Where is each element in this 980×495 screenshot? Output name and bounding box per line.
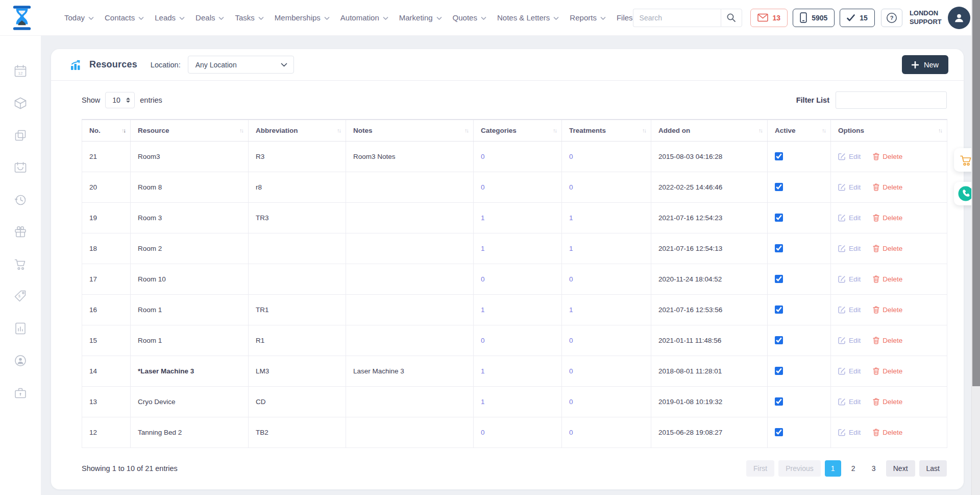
filter-input[interactable] <box>836 91 947 109</box>
categories-link[interactable]: 0 <box>481 275 485 283</box>
pagination-next[interactable]: Next <box>886 460 915 477</box>
sidebar-item-package[interactable] <box>14 97 27 110</box>
column-header-resource[interactable]: Resource↑↓ <box>131 120 249 141</box>
edit-button[interactable]: Edit <box>838 398 861 406</box>
treatments-link[interactable]: 0 <box>569 183 573 191</box>
nav-item-today[interactable]: Today <box>64 13 94 22</box>
edit-button[interactable]: Edit <box>838 183 861 191</box>
column-header-treatments[interactable]: Treatments↑↓ <box>562 120 651 141</box>
column-header-options[interactable]: Options↑↓ <box>831 120 947 141</box>
pagination-previous[interactable]: Previous <box>778 460 820 477</box>
delete-button[interactable]: Delete <box>873 153 902 160</box>
entries-select[interactable]: 10 <box>105 92 135 108</box>
sidebar-item-reports[interactable] <box>14 322 27 335</box>
column-header-abbreviation[interactable]: Abbreviation↑↓ <box>249 120 346 141</box>
nav-item-leads[interactable]: Leads <box>155 13 185 22</box>
app-logo[interactable] <box>11 5 33 31</box>
delete-button[interactable]: Delete <box>873 367 902 375</box>
delete-button[interactable]: Delete <box>873 398 902 406</box>
treatments-link[interactable]: 0 <box>569 337 573 344</box>
nav-item-memberships[interactable]: Memberships <box>275 13 330 22</box>
column-header-added-on[interactable]: Added on↑↓ <box>651 120 768 141</box>
page-scrollbar[interactable] <box>971 0 980 495</box>
active-checkbox[interactable] <box>775 367 783 375</box>
delete-button[interactable]: Delete <box>873 306 902 314</box>
sidebar-item-bookings[interactable] <box>14 161 27 174</box>
scrollbar-thumb[interactable] <box>972 0 980 386</box>
treatments-link[interactable]: 0 <box>569 153 573 160</box>
nav-item-notes-letters[interactable]: Notes & Letters <box>497 13 559 22</box>
sidebar-item-copy[interactable] <box>14 129 27 142</box>
nav-item-files[interactable]: Files <box>617 13 633 22</box>
pagination-page-1[interactable]: 1 <box>825 460 841 477</box>
categories-link[interactable]: 0 <box>481 183 485 191</box>
column-header-active[interactable]: Active↑↓ <box>768 120 831 141</box>
nav-item-tasks[interactable]: Tasks <box>235 13 263 22</box>
help-button[interactable]: ? <box>881 9 902 27</box>
treatments-link[interactable]: 0 <box>569 398 573 406</box>
edit-button[interactable]: Edit <box>838 367 861 375</box>
edit-button[interactable]: Edit <box>838 153 861 160</box>
delete-button[interactable]: Delete <box>873 275 902 283</box>
active-checkbox[interactable] <box>775 214 783 222</box>
active-checkbox[interactable] <box>775 336 783 344</box>
categories-link[interactable]: 0 <box>481 429 485 436</box>
pagination-page-2[interactable]: 2 <box>845 460 862 477</box>
categories-link[interactable]: 1 <box>481 398 485 406</box>
phone-badge[interactable]: 5905 <box>793 9 835 27</box>
treatments-link[interactable]: 0 <box>569 429 573 436</box>
categories-link[interactable]: 0 <box>481 153 485 160</box>
pagination-page-3[interactable]: 3 <box>866 460 882 477</box>
categories-link[interactable]: 1 <box>481 367 485 375</box>
active-checkbox[interactable] <box>775 397 783 406</box>
treatments-link[interactable]: 1 <box>569 214 573 222</box>
nav-item-quotes[interactable]: Quotes <box>453 13 486 22</box>
avatar[interactable] <box>948 7 970 29</box>
edit-button[interactable]: Edit <box>838 337 861 344</box>
sidebar-item-tag[interactable]: $ <box>14 290 27 303</box>
location-select[interactable]: Any Location <box>188 56 294 74</box>
sidebar-item-account[interactable] <box>14 354 27 367</box>
nav-item-contacts[interactable]: Contacts <box>105 13 144 22</box>
delete-button[interactable]: Delete <box>873 183 902 191</box>
sidebar-item-calendar[interactable]: 12 <box>14 64 27 78</box>
column-header-categories[interactable]: Categories↑↓ <box>474 120 562 141</box>
sidebar-item-gift[interactable] <box>14 225 27 239</box>
column-header-no[interactable]: No.↑↓ <box>82 120 131 141</box>
edit-button[interactable]: Edit <box>838 429 861 436</box>
edit-button[interactable]: Edit <box>838 245 861 252</box>
active-checkbox[interactable] <box>775 244 783 252</box>
search-input[interactable] <box>633 9 721 27</box>
active-checkbox[interactable] <box>775 183 783 191</box>
delete-button[interactable]: Delete <box>873 245 902 252</box>
active-checkbox[interactable] <box>775 428 783 436</box>
mail-badge[interactable]: 13 <box>750 9 788 27</box>
delete-button[interactable]: Delete <box>873 214 902 222</box>
active-checkbox[interactable] <box>775 152 783 160</box>
treatments-link[interactable]: 1 <box>569 245 573 252</box>
categories-link[interactable]: 0 <box>481 337 485 344</box>
treatments-link[interactable]: 0 <box>569 275 573 283</box>
nav-item-reports[interactable]: Reports <box>570 13 606 22</box>
nav-item-deals[interactable]: Deals <box>195 13 224 22</box>
categories-link[interactable]: 1 <box>481 245 485 252</box>
categories-link[interactable]: 1 <box>481 214 485 222</box>
sidebar-item-case[interactable] <box>14 386 27 399</box>
edit-button[interactable]: Edit <box>838 306 861 314</box>
treatments-link[interactable]: 0 <box>569 367 573 375</box>
nav-item-marketing[interactable]: Marketing <box>399 13 442 22</box>
search-button[interactable] <box>721 9 742 27</box>
nav-item-automation[interactable]: Automation <box>340 13 388 22</box>
active-checkbox[interactable] <box>775 305 783 314</box>
active-checkbox[interactable] <box>775 275 783 283</box>
categories-link[interactable]: 1 <box>481 306 485 314</box>
edit-button[interactable]: Edit <box>838 275 861 283</box>
column-header-notes[interactable]: Notes↑↓ <box>346 120 474 141</box>
sidebar-item-history[interactable] <box>14 193 27 206</box>
delete-button[interactable]: Delete <box>873 429 902 436</box>
pagination-first[interactable]: First <box>746 460 774 477</box>
sidebar-item-cart[interactable] <box>14 257 27 271</box>
treatments-link[interactable]: 1 <box>569 306 573 314</box>
tasks-badge[interactable]: 15 <box>840 9 875 27</box>
new-button[interactable]: New <box>902 55 948 74</box>
